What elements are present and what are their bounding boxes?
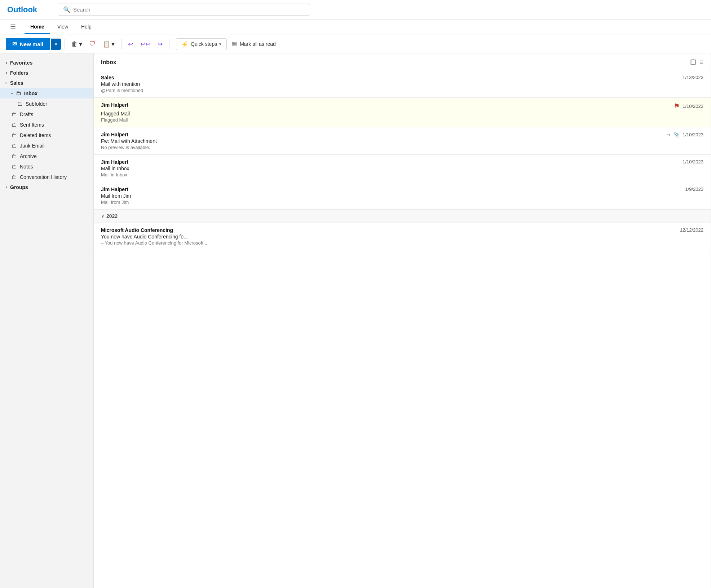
inbox-folder-icon: 🗀 bbox=[16, 90, 21, 96]
email-row[interactable]: Jim Halpert ⚑ 1/10/2023 Flagged Mail Fla… bbox=[94, 98, 711, 127]
move-dropdown-arrow: ▾ bbox=[111, 40, 115, 48]
new-mail-dropdown-button[interactable]: ▾ bbox=[51, 39, 61, 50]
conv-history-folder-icon: 🗀 bbox=[12, 174, 17, 180]
reply-button[interactable]: ↩ bbox=[125, 38, 136, 50]
email-preview: Mail in Inbox bbox=[101, 172, 703, 177]
junk-icon: 🛡 bbox=[89, 40, 96, 48]
email-date: 1/13/2023 bbox=[683, 75, 703, 80]
subfolder-folder-icon: 🗀 bbox=[17, 101, 23, 107]
sidebar-item-sent[interactable]: 🗀 Sent Items bbox=[0, 119, 93, 130]
mark-read-label: Mark all as read bbox=[240, 41, 276, 47]
folders-label: Folders bbox=[10, 70, 28, 76]
subfolder-label: Subfolder bbox=[26, 101, 47, 107]
email-list-title: Inbox bbox=[101, 59, 116, 66]
delete-button[interactable]: 🗑 ▾ bbox=[69, 38, 85, 50]
inbox-chevron-icon: › bbox=[10, 93, 14, 94]
email-row[interactable]: Jim Halpert 1/10/2023 Mail in Inbox Mail… bbox=[94, 155, 711, 182]
new-mail-icon: ✉ bbox=[12, 41, 17, 47]
sidebar-item-conv-history[interactable]: 🗀 Conversation History bbox=[0, 172, 93, 182]
search-bar[interactable]: 🔍 bbox=[58, 4, 310, 16]
filter-icon[interactable]: ≡ bbox=[699, 58, 703, 66]
sidebar-item-drafts[interactable]: 🗀 Drafts bbox=[0, 109, 93, 119]
sidebar-favorites[interactable]: › Favorites bbox=[0, 58, 93, 68]
email-date: 1/10/2023 bbox=[683, 132, 703, 137]
search-input[interactable] bbox=[73, 6, 305, 13]
email-subject: Flagged Mail bbox=[101, 111, 703, 117]
email-preview: – You now have Audio Conferencing for Mi… bbox=[101, 240, 703, 246]
email-list-panel: Inbox ☐ ≡ Sales 1/13/2023 Mail with ment… bbox=[94, 53, 711, 588]
email-subject: Fw: Mail with Attachment bbox=[101, 138, 703, 144]
sidebar-sales[interactable]: › Sales bbox=[0, 78, 93, 88]
forward-indicator-icon: ↪ bbox=[666, 132, 671, 137]
favorites-chevron-icon: › bbox=[6, 60, 7, 65]
app-title: Outlook bbox=[7, 5, 50, 14]
sidebar-groups[interactable]: › Groups bbox=[0, 182, 93, 192]
sidebar-item-deleted[interactable]: 🗀 Deleted Items bbox=[0, 130, 93, 140]
section-label: 2022 bbox=[106, 213, 118, 219]
groups-label: Groups bbox=[10, 184, 28, 190]
reply-all-button[interactable]: ↩↩ bbox=[137, 38, 153, 50]
attachment-icon: 📎 bbox=[674, 132, 680, 137]
move-icon: 📋 bbox=[103, 40, 110, 48]
email-sender: Jim Halpert bbox=[101, 102, 128, 108]
toolbar: ✉ New mail ▾ 🗑 ▾ 🛡 📋 ▾ ↩ ↩↩ ↪ ⚡ Quick st… bbox=[0, 35, 711, 53]
email-subject: Mail in Inbox bbox=[101, 166, 703, 171]
email-preview: @Pam is mentioned bbox=[101, 88, 703, 93]
forward-icon: ↪ bbox=[158, 40, 163, 48]
quick-steps-button[interactable]: ⚡ Quick steps ▾ bbox=[176, 38, 227, 50]
sidebar-item-inbox[interactable]: › 🗀 Inbox bbox=[0, 88, 93, 98]
email-date: 1/9/2023 bbox=[685, 187, 703, 192]
email-sender: Microsoft Audio Conferencing bbox=[101, 227, 173, 233]
email-sender: Jim Halpert bbox=[101, 132, 128, 137]
junk-button[interactable]: 🛡 bbox=[87, 38, 98, 50]
sidebar-item-junk[interactable]: 🗀 Junk Email bbox=[0, 140, 93, 151]
quick-steps-label: Quick steps bbox=[191, 41, 217, 47]
delete-dropdown-arrow: ▾ bbox=[79, 40, 82, 48]
top-header: Outlook 🔍 bbox=[0, 0, 711, 19]
drafts-label: Drafts bbox=[20, 111, 33, 117]
flag-icon: ⚑ bbox=[674, 102, 680, 110]
move-button[interactable]: 📋 ▾ bbox=[100, 38, 118, 50]
email-subject: Mail from Jim bbox=[101, 193, 703, 199]
email-preview: Mail from Jim bbox=[101, 199, 703, 205]
sent-label: Sent Items bbox=[20, 122, 44, 128]
sales-chevron-icon: › bbox=[4, 82, 9, 84]
deleted-label: Deleted Items bbox=[20, 132, 51, 138]
email-sender: Sales bbox=[101, 75, 114, 80]
main-layout: › Favorites › Folders › Sales › 🗀 Inbox … bbox=[0, 53, 711, 588]
sidebar-item-archive[interactable]: 🗀 Archive bbox=[0, 151, 93, 161]
forward-button[interactable]: ↪ bbox=[155, 38, 165, 50]
mark-all-read-button[interactable]: ✉ Mark all as read bbox=[228, 38, 279, 50]
email-row[interactable]: Microsoft Audio Conferencing 12/12/2022 … bbox=[94, 223, 711, 250]
sidebar-item-notes[interactable]: 🗀 Notes bbox=[0, 161, 93, 172]
favorites-label: Favorites bbox=[10, 60, 32, 66]
toolbar-sep-3 bbox=[169, 39, 169, 49]
folders-chevron-icon: › bbox=[6, 70, 7, 75]
tab-help[interactable]: Help bbox=[75, 20, 97, 34]
new-mail-button[interactable]: ✉ New mail bbox=[6, 38, 50, 50]
sales-label: Sales bbox=[10, 80, 23, 86]
delete-icon: 🗑 bbox=[71, 40, 78, 48]
email-row[interactable]: Sales 1/13/2023 Mail with mention @Pam i… bbox=[94, 70, 711, 98]
email-row[interactable]: Jim Halpert ↪ 📎 1/10/2023 Fw: Mail with … bbox=[94, 127, 711, 155]
deleted-folder-icon: 🗀 bbox=[12, 132, 17, 138]
sidebar: › Favorites › Folders › Sales › 🗀 Inbox … bbox=[0, 53, 94, 588]
tab-home[interactable]: Home bbox=[25, 20, 50, 34]
section-divider-2022[interactable]: ∨ 2022 bbox=[94, 210, 711, 223]
email-date: 1/10/2023 bbox=[683, 104, 703, 109]
sidebar-folders[interactable]: › Folders bbox=[0, 68, 93, 78]
sidebar-item-subfolder[interactable]: 🗀 Subfolder bbox=[0, 98, 93, 109]
archive-label: Archive bbox=[20, 153, 37, 159]
email-subject: Mail with mention bbox=[101, 81, 703, 87]
hamburger-menu[interactable]: ☰ bbox=[6, 19, 20, 35]
tab-view[interactable]: View bbox=[52, 20, 74, 34]
reply-all-icon: ↩↩ bbox=[140, 40, 150, 48]
lightning-icon: ⚡ bbox=[181, 41, 189, 48]
mark-read-icon: ✉ bbox=[232, 40, 237, 48]
notes-folder-icon: 🗀 bbox=[12, 163, 17, 170]
view-toggle-icon[interactable]: ☐ bbox=[690, 58, 696, 66]
groups-chevron-icon: › bbox=[6, 185, 7, 190]
email-date: 12/12/2022 bbox=[680, 227, 703, 233]
archive-folder-icon: 🗀 bbox=[12, 153, 17, 159]
email-row[interactable]: Jim Halpert 1/9/2023 Mail from Jim Mail … bbox=[94, 182, 711, 210]
